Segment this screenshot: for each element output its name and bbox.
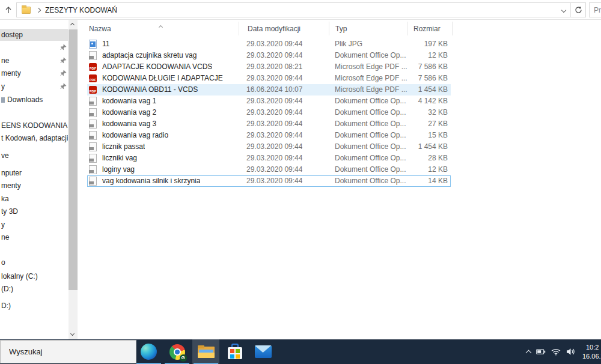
address-dropdown-button[interactable]	[557, 3, 570, 17]
sidebar-item-label: y	[1, 82, 5, 91]
doc-file-icon	[89, 154, 97, 163]
scrollbar-down-button[interactable]	[71, 332, 74, 335]
doc-file-icon	[89, 108, 97, 117]
file-row[interactable]: loginy vag29.03.2020 09:44Dokument Offic…	[87, 164, 451, 175]
taskbar-button-mail[interactable]	[249, 339, 276, 364]
chevron-up-icon	[70, 23, 75, 27]
sidebar-item[interactable]: ne	[0, 231, 68, 243]
explorer-search-box[interactable]	[589, 2, 601, 17]
breadcrumb-path[interactable]: ZESZYTY KODOWAŃ	[45, 6, 117, 14]
column-header-modified[interactable]: Data modyfikacji	[248, 25, 300, 33]
sidebar-scrollbar[interactable]	[69, 20, 78, 339]
wifi-icon[interactable]	[551, 348, 561, 356]
sidebar-item[interactable]: nputer	[0, 167, 68, 179]
column-separator[interactable]	[407, 22, 407, 35]
file-row[interactable]: vag kodowania silnik i skrzynia29.03.202…	[87, 175, 451, 187]
sidebar-item[interactable]: y	[0, 219, 68, 231]
volume-icon[interactable]	[566, 348, 575, 356]
file-size: 7 586 KB	[394, 62, 448, 71]
sidebar-item-label: Downloads	[7, 96, 43, 104]
sidebar-item-label: ka	[1, 195, 9, 203]
taskbar: G 10:2 16.06.2	[0, 339, 601, 364]
file-row[interactable]: kodowania vag 129.03.2020 09:44Dokument …	[87, 96, 451, 107]
column-header-name[interactable]: Nazwa	[89, 25, 111, 33]
scrollbar-up-button[interactable]	[71, 23, 74, 26]
column-header-size[interactable]: Rozmiar	[413, 25, 441, 33]
file-row[interactable]: PDFKODOWANIA OBD11 - VCDS16.06.2024 10:0…	[87, 84, 451, 96]
file-date: 29.03.2020 09:44	[246, 131, 302, 139]
address-bar[interactable]: ZESZYTY KODOWAŃ	[16, 2, 586, 17]
scrollbar-thumb[interactable]	[69, 29, 78, 290]
column-header-type[interactable]: Typ	[335, 25, 347, 33]
tray-chevron-up-icon[interactable]	[526, 350, 532, 356]
file-row[interactable]: 1129.03.2020 09:44Plik JPG197 KB	[87, 38, 451, 50]
file-date: 29.03.2020 09:44	[246, 108, 302, 117]
file-row[interactable]: adaptacja czujnika skretu vag29.03.2020 …	[87, 50, 451, 61]
navigation-pane: dostępnementyyDownloadsEENS KODOWANIAt K…	[0, 20, 78, 339]
file-row[interactable]: PDFADAPTACJE KODOWANIA VCDS29.03.2020 08…	[87, 61, 451, 73]
file-size: 15 KB	[394, 131, 448, 139]
explorer-toolbar: ZESZYTY KODOWAŃ	[0, 0, 601, 20]
sort-ascending-icon	[159, 22, 162, 31]
system-tray	[526, 339, 575, 364]
column-separator[interactable]	[239, 22, 239, 35]
sidebar-item[interactable]: t Kodowań, adaptacji, p	[0, 132, 68, 144]
sidebar-item[interactable]: menty	[0, 67, 68, 79]
sidebar-item-label: y	[1, 220, 5, 229]
taskbar-search-box[interactable]	[0, 340, 136, 363]
sidebar-item[interactable]	[0, 41, 68, 53]
file-name: loginy vag	[102, 165, 135, 174]
explorer-search-input[interactable]	[590, 3, 601, 17]
clock-date: 16.06.2	[582, 352, 601, 361]
taskbar-button-microsoft-store[interactable]	[221, 339, 248, 364]
column-separator[interactable]	[452, 22, 453, 35]
file-name: KODOWANIA DŁUGIE I ADAPTACJE	[102, 74, 223, 82]
pin-icon	[60, 83, 67, 91]
file-row[interactable]: licznik passat29.03.2020 09:44Dokument O…	[87, 141, 451, 153]
file-date: 29.03.2020 09:44	[246, 40, 302, 48]
refresh-button[interactable]	[571, 3, 585, 17]
sidebar-item[interactable]: y	[0, 80, 68, 93]
battery-icon[interactable]	[536, 348, 546, 355]
file-name: kodowania vag 1	[102, 97, 156, 105]
file-row[interactable]: PDFKODOWANIA DŁUGIE I ADAPTACJE29.03.202…	[87, 73, 451, 84]
taskbar-button-file-explorer[interactable]	[192, 339, 219, 364]
file-row[interactable]: kodowania vag radio29.03.2020 09:44Dokum…	[87, 130, 451, 141]
taskbar-clock[interactable]: 10:2 16.06.2	[582, 343, 601, 361]
sidebar-item[interactable]: Downloads	[0, 94, 68, 106]
column-separator[interactable]	[329, 22, 329, 35]
sidebar-item[interactable]: lokalny (C:)	[0, 270, 68, 282]
navigate-up-button[interactable]	[2, 3, 15, 17]
sidebar-item[interactable]: (D:)	[0, 283, 68, 295]
file-size: 7 586 KB	[394, 74, 448, 82]
chevron-down-icon	[561, 7, 566, 12]
file-name: vag kodowania silnik i skrzynia	[102, 177, 200, 185]
sidebar-item[interactable]: D:)	[0, 300, 68, 312]
sidebar-item-label: lokalny (C:)	[1, 272, 38, 281]
file-date: 29.03.2020 09:44	[246, 120, 302, 128]
sidebar-item[interactable]: EENS KODOWANIA	[0, 120, 68, 132]
sidebar-item[interactable]: ty 3D	[0, 205, 68, 217]
doc-file-icon	[89, 165, 97, 174]
taskbar-button-edge[interactable]	[135, 339, 162, 364]
file-row[interactable]: kodowania vag 329.03.2020 09:44Dokument …	[87, 118, 451, 130]
file-size: 28 KB	[394, 154, 448, 162]
sidebar-section-header[interactable]: dostęp	[0, 29, 68, 41]
sidebar-item-label: ne	[1, 233, 9, 241]
file-size: 4 142 KB	[394, 97, 448, 105]
sidebar-item[interactable]: o	[0, 256, 68, 268]
doc-file-icon	[89, 51, 97, 60]
sidebar-item[interactable]: ne	[0, 55, 68, 67]
file-row[interactable]: liczniki vag29.03.2020 09:44Dokument Off…	[87, 153, 451, 164]
sidebar-item[interactable]: menty	[0, 180, 68, 192]
sidebar-item-label: (D:)	[1, 285, 13, 293]
sidebar-item[interactable]: ve	[0, 150, 68, 162]
file-date: 16.06.2024 10:07	[246, 85, 302, 94]
taskbar-button-chrome[interactable]: G	[163, 339, 191, 364]
taskbar-search-input[interactable]	[1, 347, 136, 356]
breadcrumb-chevron-icon[interactable]	[36, 7, 41, 12]
file-name: kodowania vag 3	[102, 120, 156, 128]
file-row[interactable]: kodowania vag 229.03.2020 09:44Dokument …	[87, 107, 451, 118]
doc-file-icon	[89, 97, 97, 106]
sidebar-item[interactable]: ka	[0, 193, 68, 205]
